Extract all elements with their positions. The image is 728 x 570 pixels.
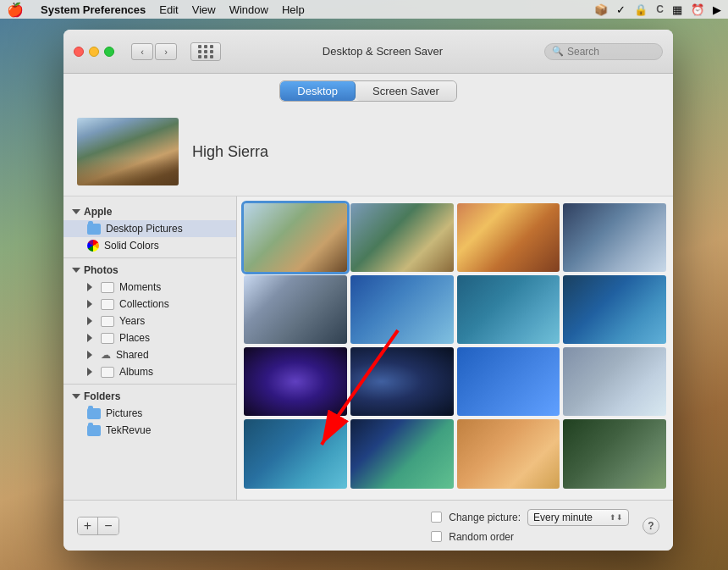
folder-icon [87,224,101,235]
grid-image-space1[interactable] [350,347,454,416]
sidebar-item-years[interactable]: Years [63,313,236,329]
search-input[interactable] [567,46,652,58]
bottom-right-controls: Change picture: Every minute ⬆⬇ Random o… [431,509,629,543]
years-arrow [87,317,92,325]
grid-image-highsierra[interactable] [244,203,347,272]
tab-screensaver[interactable]: Screen Saver [356,81,456,101]
random-order-label: Random order [449,531,514,543]
interval-dropdown[interactable]: Every minute ⬆⬇ [527,509,629,526]
preview-area: High Sierra [63,108,673,196]
tekrevue-label: TekRevue [106,424,151,436]
collections-icon [101,299,114,310]
menubar-window[interactable]: Window [229,3,268,16]
grid-image-galaxy[interactable] [244,347,347,416]
nav-buttons: ‹ › [131,43,177,60]
apple-section-arrow [72,209,80,214]
apple-menu-icon[interactable]: 🍎 [7,2,24,18]
section-divider-2 [63,384,236,385]
grid-image-yosemite3[interactable] [563,203,666,272]
sidebar-item-places[interactable]: Places [63,329,236,346]
grid-image-aurora[interactable] [350,419,454,488]
sidebar-item-tekrevue[interactable]: TekRevue [63,422,236,439]
menubar-edit[interactable]: Edit [159,3,178,16]
section-divider-1 [63,257,236,258]
maximize-button[interactable] [104,47,114,57]
forward-button[interactable]: › [155,43,177,60]
lock-icon: 🔒 [634,3,648,16]
pictures-folder-icon [87,408,101,419]
change-picture-row: Change picture: Every minute ⬆⬇ [431,509,629,526]
grid-image-forest[interactable] [563,419,666,488]
places-label: Places [119,332,150,344]
albums-arrow [87,368,92,376]
menubar-help[interactable]: Help [282,3,305,16]
grid-image-clouds[interactable] [563,347,666,416]
window-title: Desktop & Screen Saver [228,45,538,58]
places-icon [101,333,114,344]
sidebar-item-pictures[interactable]: Pictures [63,405,236,422]
main-content: Apple Desktop Pictures Solid Colors Phot… [63,196,673,500]
grid-image-mountains1[interactable] [244,275,347,344]
places-arrow [87,334,92,342]
close-button[interactable] [74,47,84,57]
minimize-button[interactable] [89,47,99,57]
sidebar-item-moments[interactable]: Moments [63,279,236,296]
grid-image-ocean1[interactable] [350,275,454,344]
photos-section-arrow [72,268,80,273]
titlebar: ‹ › Desktop & Screen Saver 🔍 [63,30,673,74]
sidebar: Apple Desktop Pictures Solid Colors Phot… [63,196,237,500]
bottom-bar: + − Change picture: Every minute ⬆⬇ Rand… [63,500,673,551]
random-order-row: Random order [431,531,629,543]
folders-section-arrow [72,394,80,399]
random-order-checkbox[interactable] [431,531,442,542]
grid-image-yosemite1[interactable] [350,203,454,272]
grid-image-desert[interactable] [457,419,560,488]
grid-image-ocean3[interactable] [563,275,666,344]
calendar-icon: ▦ [672,3,682,16]
image-grid[interactable] [237,196,673,500]
sidebar-item-albums[interactable]: Albums [63,363,236,380]
grid-image-blue1[interactable] [457,347,560,416]
shared-arrow [87,351,92,359]
menubar-right-icons: 📦 ✓ 🔒 C ▦ ⏰ ▶ [594,3,721,16]
grid-image-ocean2[interactable] [457,275,560,344]
help-button[interactable]: ? [643,517,659,534]
current-wallpaper-preview [77,118,179,185]
sidebar-section-photos[interactable]: Photos [63,262,236,279]
sidebar-item-desktop-pictures[interactable]: Desktop Pictures [63,220,236,237]
sidebar-photos-label: Photos [84,264,119,276]
cloud-icon: ☁ [101,349,111,361]
grid-image-water[interactable] [244,419,347,488]
grid-image-yosemite2[interactable] [457,203,560,272]
c-icon: C [656,3,664,15]
albums-label: Albums [119,366,153,378]
menubar-view[interactable]: View [192,3,216,16]
sidebar-item-shared[interactable]: ☁ Shared [63,346,236,363]
tab-desktop[interactable]: Desktop [280,81,356,101]
sidebar-item-collections[interactable]: Collections [63,296,236,313]
remove-button[interactable]: − [98,517,119,534]
sidebar-section-apple[interactable]: Apple [63,203,236,220]
years-label: Years [119,315,145,327]
moments-arrow [87,283,92,291]
airplay-icon: ▶ [713,3,721,16]
current-wallpaper-label: High Sierra [192,143,268,161]
add-button[interactable]: + [78,517,98,534]
moments-label: Moments [119,281,161,293]
dropdown-arrow-icon: ⬆⬇ [609,513,623,522]
tab-group: Desktop Screen Saver [279,80,456,102]
sidebar-folders-label: Folders [84,390,120,402]
grid-container [237,196,673,500]
sidebar-item-solid-colors[interactable]: Solid Colors [63,237,236,254]
grid-view-button[interactable] [190,42,221,61]
tabs-bar: Desktop Screen Saver [63,74,673,108]
search-box[interactable]: 🔍 [544,43,663,60]
dropdown-value: Every minute [533,512,593,523]
tekrevue-folder-icon [87,425,101,436]
collections-arrow [87,300,92,308]
menubar-system-preferences[interactable]: System Preferences [41,3,146,16]
sidebar-apple-label: Apple [84,206,112,218]
sidebar-section-folders[interactable]: Folders [63,388,236,405]
change-picture-checkbox[interactable] [431,512,442,523]
back-button[interactable]: ‹ [131,43,153,60]
